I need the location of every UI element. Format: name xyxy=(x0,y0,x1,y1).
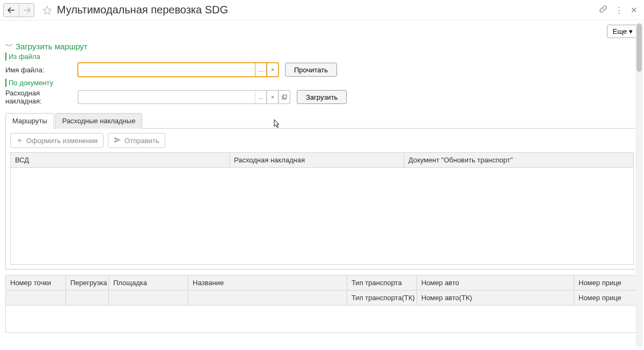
commit-changes-button[interactable]: ＋ Оформить изменения xyxy=(10,133,104,148)
commit-label: Оформить изменения xyxy=(26,137,98,145)
col-update-transport[interactable]: Документ "Обновить транспорт" xyxy=(404,153,633,167)
invoice-browse-button[interactable]: ... xyxy=(255,90,267,104)
tab-routes[interactable]: Маршруты xyxy=(5,113,54,129)
back-button[interactable] xyxy=(4,4,19,17)
link-icon[interactable] xyxy=(599,5,608,15)
file-browse-button[interactable]: ... xyxy=(255,63,267,77)
col-name[interactable]: Название xyxy=(188,275,347,290)
send-icon xyxy=(114,136,121,145)
kebab-menu-icon[interactable]: ⋮ xyxy=(615,5,623,15)
more-button-label: Еще xyxy=(613,27,627,35)
vertical-scrollbar[interactable] xyxy=(635,23,643,348)
invoice-clear-button[interactable]: × xyxy=(267,90,279,104)
col-point-number-2[interactable] xyxy=(6,291,66,305)
points-table-body[interactable] xyxy=(6,306,638,332)
col-platform-2[interactable] xyxy=(109,291,188,305)
invoice-input[interactable] xyxy=(78,90,255,104)
points-table: Номер точки Перегрузка Площадка Название… xyxy=(5,275,639,333)
col-trailer-number[interactable]: Номер прице xyxy=(574,275,638,290)
routes-table-body[interactable] xyxy=(11,168,633,264)
load-button[interactable]: Загрузить xyxy=(297,90,347,104)
col-name-2[interactable] xyxy=(188,291,347,305)
chevron-down-icon: ▾ xyxy=(629,27,633,35)
subsection-from-file: Из файла xyxy=(5,53,639,61)
col-auto-number-tk[interactable]: Номер авто(ТК) xyxy=(417,291,574,305)
file-clear-button[interactable]: × xyxy=(267,63,279,77)
col-reload[interactable]: Перегрузка xyxy=(66,275,109,290)
page-title: Мультимодальная перевозка SDG xyxy=(57,4,599,16)
col-point-number[interactable]: Номер точки xyxy=(6,275,66,290)
svg-rect-1 xyxy=(283,95,287,98)
plus-icon: ＋ xyxy=(16,136,23,145)
close-icon[interactable]: ✕ xyxy=(631,5,638,15)
col-reload-2[interactable] xyxy=(66,291,109,305)
col-transport-type[interactable]: Тип транспорта xyxy=(347,275,417,290)
favorite-star-icon[interactable] xyxy=(41,4,54,17)
send-button[interactable]: Отправить xyxy=(108,133,165,148)
col-trailer-number-tk[interactable]: Номер прице xyxy=(574,291,638,305)
col-auto-number[interactable]: Номер авто xyxy=(417,275,574,290)
section-title: Загрузить маршрут xyxy=(16,42,87,51)
invoice-label: Расходная накладная: xyxy=(5,89,78,105)
file-name-input[interactable] xyxy=(78,63,255,77)
col-invoice[interactable]: Расходная накладная xyxy=(230,153,404,167)
subsection-by-doc: По документу xyxy=(5,79,639,87)
tab-invoices[interactable]: Расходные накладные xyxy=(55,113,143,129)
file-name-label: Имя файла: xyxy=(5,66,78,74)
routes-table: ВСД Расходная накладная Документ "Обнови… xyxy=(10,152,634,265)
scrollbar-thumb[interactable] xyxy=(636,24,642,72)
read-button[interactable]: Прочитать xyxy=(285,63,337,77)
more-button[interactable]: Еще ▾ xyxy=(607,25,639,38)
chevron-down-icon: ﹀ xyxy=(5,41,13,51)
col-vsd[interactable]: ВСД xyxy=(11,153,230,167)
forward-button[interactable] xyxy=(19,4,34,17)
section-load-route[interactable]: ﹀ Загрузить маршрут xyxy=(5,41,639,51)
col-transport-type-tk[interactable]: Тип транспорта(ТК) xyxy=(347,291,417,305)
col-platform[interactable]: Площадка xyxy=(109,275,188,290)
send-label: Отправить xyxy=(125,137,159,145)
invoice-open-button[interactable] xyxy=(279,90,290,104)
